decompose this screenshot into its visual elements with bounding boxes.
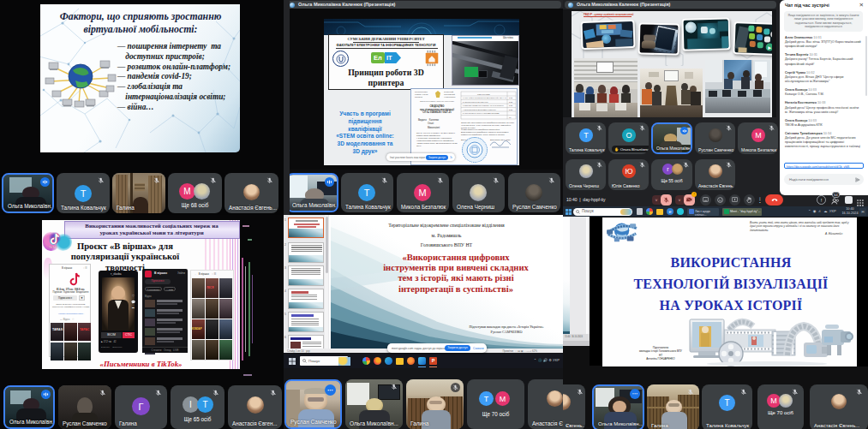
svg-text:3. Важливі параметри 3-барабст: 3. Важливі параметри 3-барабст до устатк… bbox=[463, 104, 504, 106]
svg-text:4. Відпрацювання механізмів ст: 4. Відпрацювання механізмів створення bbox=[463, 109, 496, 110]
svg-text:Тема програми: Тема програми bbox=[477, 93, 490, 95]
svg-text:30: 30 bbox=[509, 116, 512, 118]
svg-text:2,25: 2,25 bbox=[509, 104, 513, 107]
svg-text:2,25: 2,25 bbox=[509, 101, 513, 104]
svg-text:1. Ряд та його відображення мо: 1. Ряд та його відображення можливостей … bbox=[463, 97, 506, 98]
svg-text:2. Заходи роботи 3D принтера: 2. Заходи роботи 3D принтера bbox=[463, 101, 488, 103]
svg-text:2,25: 2,25 bbox=[509, 109, 513, 111]
svg-text:5. Постанови по друку з творчи: 5. Постанови по друку з творчими засобам… bbox=[463, 112, 500, 114]
svg-text:2,25: 2,25 bbox=[509, 97, 513, 99]
